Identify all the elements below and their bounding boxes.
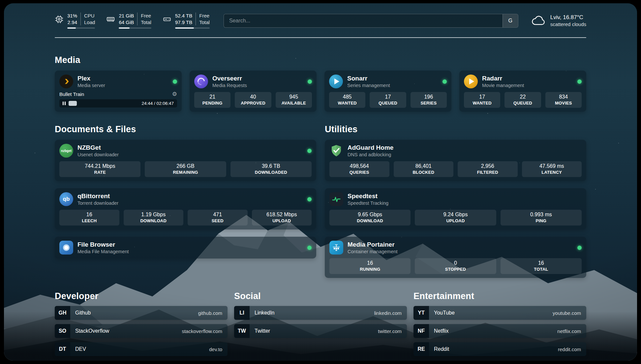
bookmark-name: LinkedIn (255, 310, 275, 316)
stat-label: DOWNLOAD (331, 218, 409, 223)
nzbget-card[interactable]: nzbget NZBGet Usenet downloader 744.21 M… (55, 140, 316, 181)
stat-label: QUEUED (371, 101, 405, 106)
overseerr-card[interactable]: Overseerr Media Requests 21 PENDING 40 A… (190, 71, 317, 112)
stat-label: AVAILABLE (277, 101, 311, 106)
free-label: Free (199, 13, 210, 19)
stat-available: 945 AVAILABLE (276, 92, 312, 108)
stat-label: QUEUED (506, 101, 539, 106)
entertainment-section-title: Entertainment (413, 291, 586, 301)
filebrowser-card[interactable]: File Browser Media File Management (55, 237, 316, 258)
stat-value: 86,401 (395, 163, 452, 169)
plex-card[interactable]: Plex Media server Bullet Train ⚙ (55, 71, 182, 112)
social-section-title: Social (234, 291, 407, 301)
stat-label: UPLOAD (253, 218, 311, 223)
cpu-icon (55, 15, 64, 24)
qbittorrent-icon-text: qb (63, 196, 70, 202)
stat-value: 9.65 Gbps (331, 212, 409, 218)
app-name: File Browser (77, 241, 129, 248)
stat-label: MOVIES (547, 101, 580, 106)
qbittorrent-card[interactable]: qb qBittorrent Torrent downloader 16 (55, 188, 316, 229)
bookmark-reddit[interactable]: RE Reddit reddit.com (413, 342, 586, 356)
filebrowser-icon (59, 241, 73, 255)
cpu-progress-fill (67, 27, 76, 29)
stat-latency: 47.569 ms LATENCY (522, 161, 582, 177)
search-engine-button[interactable]: G (503, 14, 518, 27)
snow-specks (4, 3, 5, 4)
stat-value: 498,564 (331, 163, 388, 169)
stat-value: 834 (547, 94, 580, 100)
bookmark-url: dev.to (209, 347, 222, 352)
stat-rate: 744.21 Mbps RATE (59, 161, 140, 177)
adguard-shield-icon (329, 144, 343, 158)
weather-widget[interactable]: Lviv, 16.87°C scattered clouds (531, 14, 586, 27)
app-name: AdGuard Home (348, 144, 393, 151)
speedtest-card[interactable]: Speedtest Speedtest Tracking 9.65 Gbps D… (325, 188, 586, 229)
portainer-card[interactable]: Media Portainer Container management 16 … (325, 237, 586, 278)
bookmark-name: Reddit (434, 346, 449, 352)
bookmark-twitter[interactable]: TW Twitter twitter.com (234, 324, 407, 338)
bookmark-netflix[interactable]: NF Netflix netflix.com (413, 324, 586, 338)
stat-queued: 17 QUEUED (370, 92, 406, 108)
metric-divider (137, 13, 137, 25)
bookmark-youtube[interactable]: YT YouTube youtube.com (413, 306, 586, 320)
social-section: Social LI LinkedIn linkedin.com TW Twitt… (234, 291, 407, 356)
app-subtitle: Media server (77, 83, 105, 88)
bookmark-stackoverflow[interactable]: SO StackOverflow stackoverflow.com (55, 324, 228, 338)
status-online-dot (307, 149, 312, 153)
metric-divider (196, 13, 196, 25)
stat-queued: 22 QUEUED (504, 92, 541, 108)
radarr-card[interactable]: Radarr Movie management 17 WANTED 22 QUE… (459, 71, 586, 112)
bookmark-github[interactable]: GH Github github.com (55, 306, 228, 320)
stat-label: BLOCKED (395, 170, 452, 175)
bookmark-dev[interactable]: DT DEV dev.to (55, 342, 228, 356)
bookmark-name: Twitter (255, 328, 270, 334)
app-name: Speedtest (348, 193, 388, 200)
github-abbr-icon: GH (55, 306, 70, 320)
disk-progress-fill (175, 27, 194, 29)
stat-label: WANTED (330, 101, 364, 106)
bookmark-name: DEV (75, 346, 86, 352)
app-name: Media Portainer (348, 241, 398, 248)
search-input[interactable] (224, 14, 503, 27)
qbittorrent-icon: qb (59, 192, 73, 206)
bookmark-linkedin[interactable]: LI LinkedIn linkedin.com (234, 306, 407, 320)
stat-value: 618.52 Mbps (253, 212, 311, 218)
app-subtitle: DNS and adblocking (348, 152, 393, 157)
stat-label: APPROVED (236, 101, 270, 106)
ram-total-value: 64 GiB (119, 19, 134, 26)
status-online-dot (307, 246, 312, 250)
adguard-card[interactable]: AdGuard Home DNS and adblocking 498,564 … (325, 140, 586, 181)
app-subtitle: Speedtest Tracking (348, 200, 388, 206)
stat-remaining: 266 GB REMAINING (145, 161, 226, 177)
bookmark-name: StackOverflow (75, 328, 109, 334)
gear-icon[interactable]: ⚙ (172, 91, 177, 97)
bookmark-url: twitter.com (378, 328, 402, 334)
speedtest-icon (329, 192, 343, 206)
stat-value: 40 (236, 94, 270, 100)
stat-queries: 498,564 QUERIES (329, 161, 389, 177)
stat-label: RUNNING (331, 267, 409, 272)
developer-section-title: Developer (55, 291, 228, 301)
playback-progress-track (69, 99, 138, 107)
pause-icon[interactable] (63, 102, 66, 105)
nzbget-icon: nzbget (59, 144, 73, 158)
stat-label: TOTAL (502, 267, 580, 272)
stat-label: DOWNLOADED (232, 170, 310, 175)
free-label: Free (141, 13, 151, 19)
sonarr-card[interactable]: Sonarr Series management 485 WANTED 17 Q… (324, 71, 451, 112)
cpu-progressbar (67, 27, 95, 29)
stat-label: RATE (61, 170, 139, 175)
playback-bar: 24:44 / 02:06:47 (59, 99, 177, 107)
disk-metric: 52.4 TB 97.9 TB Free Total (163, 13, 210, 29)
stat-value: 266 GB (146, 163, 225, 169)
radarr-icon (464, 75, 478, 88)
stat-label: PENDING (196, 101, 229, 106)
media-section: Media Plex Media server Bullet (55, 55, 586, 112)
stat-label: FILTERED (459, 170, 516, 175)
stat-movies: 834 MOVIES (545, 92, 582, 108)
playback-time: 24:44 / 02:06:47 (141, 101, 174, 106)
media-section-title: Media (55, 55, 586, 65)
documents-section: Documents & Files nzbget NZBGet Usenet d… (55, 124, 316, 278)
bookmark-url: youtube.com (553, 310, 581, 316)
app-name: Plex (77, 75, 105, 82)
